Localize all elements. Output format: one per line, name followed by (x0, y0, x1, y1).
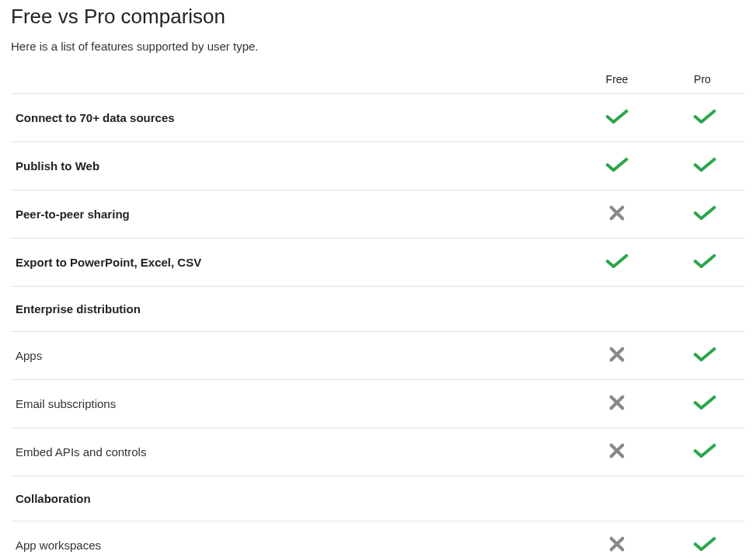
feature-label: Export to PowerPoint, Excel, CSV (11, 239, 574, 287)
col-header-free: Free (574, 67, 660, 94)
feature-pro-cell (660, 521, 745, 559)
comparison-table: Free Pro Connect to 70+ data sourcesPubl… (11, 67, 745, 558)
col-header-feature (11, 67, 574, 94)
section-header: Collaboration (11, 476, 745, 521)
table-row: Peer-to-peer sharing (11, 190, 745, 239)
check-icon (693, 204, 716, 221)
cross-icon (608, 394, 625, 411)
feature-label: Peer-to-peer sharing (11, 190, 574, 239)
feature-pro-cell (660, 142, 745, 190)
table-row: Connect to 70+ data sources (11, 94, 745, 142)
feature-free-cell (574, 190, 660, 239)
feature-free-cell (574, 142, 660, 190)
feature-free-cell (574, 428, 660, 476)
feature-free-cell (574, 94, 660, 142)
check-icon (693, 535, 716, 553)
check-icon (693, 394, 716, 411)
table-row: Publish to Web (11, 142, 745, 190)
check-icon (605, 253, 629, 270)
check-icon (693, 346, 716, 363)
feature-label: Email subscriptions (11, 380, 574, 428)
feature-free-cell (574, 380, 660, 428)
col-header-pro: Pro (660, 67, 745, 94)
feature-pro-cell (660, 94, 745, 142)
feature-label: Connect to 70+ data sources (11, 94, 574, 142)
feature-label: Publish to Web (11, 142, 574, 190)
feature-free-cell (574, 521, 660, 559)
cross-icon (608, 204, 625, 221)
check-icon (605, 108, 629, 125)
table-row: Email subscriptions (11, 380, 745, 428)
table-row: Apps (11, 332, 745, 380)
feature-label: App workspaces (11, 521, 574, 559)
table-row: Export to PowerPoint, Excel, CSV (11, 239, 745, 287)
feature-free-cell (574, 332, 660, 380)
cross-icon (608, 535, 625, 553)
section-header: Enterprise distribution (11, 287, 745, 332)
table-row: Collaboration (11, 476, 745, 521)
check-icon (693, 253, 716, 270)
feature-pro-cell (660, 239, 745, 287)
cross-icon (608, 346, 625, 363)
table-row: App workspaces (11, 521, 745, 559)
feature-pro-cell (660, 380, 745, 428)
check-icon (605, 156, 629, 173)
cross-icon (608, 442, 625, 459)
check-icon (693, 108, 716, 125)
feature-pro-cell (660, 190, 745, 239)
table-row: Enterprise distribution (11, 287, 745, 332)
page-title: Free vs Pro comparison (11, 5, 745, 29)
feature-pro-cell (660, 428, 745, 476)
table-row: Embed APIs and controls (11, 428, 745, 476)
check-icon (693, 442, 716, 459)
feature-pro-cell (660, 332, 745, 380)
page-intro: Here is a list of features supported by … (11, 40, 745, 53)
feature-label: Embed APIs and controls (11, 428, 574, 476)
feature-label: Apps (11, 332, 574, 380)
feature-free-cell (574, 239, 660, 287)
check-icon (693, 156, 716, 173)
